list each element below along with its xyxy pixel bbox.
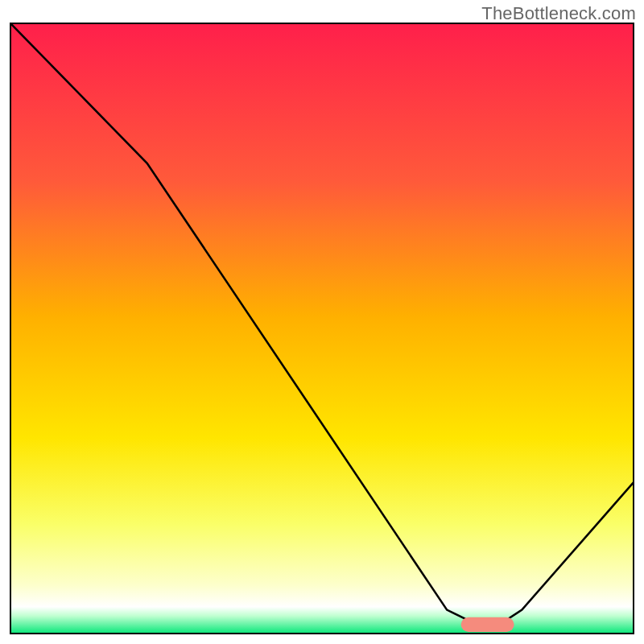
chart-container: TheBottleneck.com <box>0 0 644 644</box>
watermark-text: TheBottleneck.com <box>481 3 636 24</box>
optimal-zone-marker <box>461 617 514 632</box>
plot-area <box>10 23 634 634</box>
chart-canvas <box>10 23 634 634</box>
heat-background <box>10 23 634 634</box>
